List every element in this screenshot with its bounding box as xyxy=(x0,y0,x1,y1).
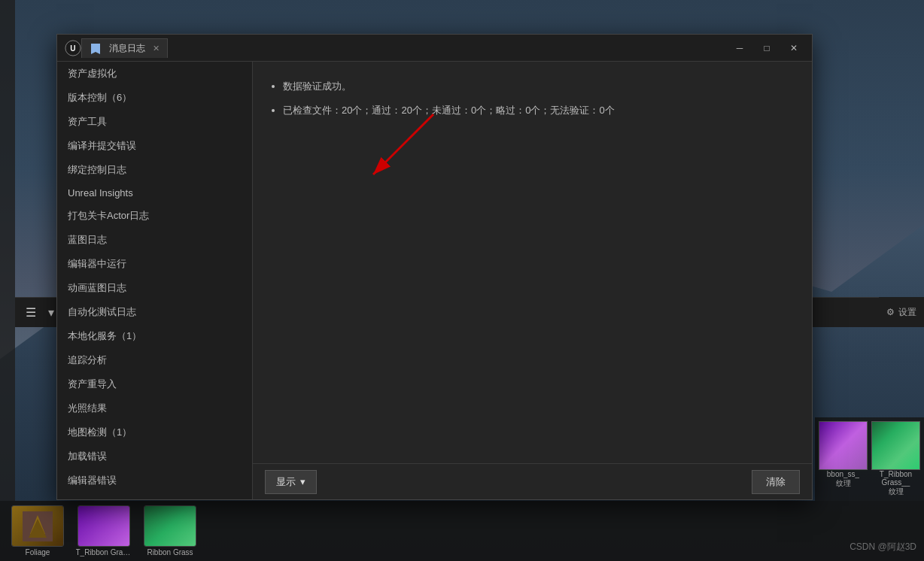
ue-logo-icon: U xyxy=(65,40,81,56)
list-item-15[interactable]: 地图检测（1） xyxy=(57,420,252,444)
dialog-tab[interactable]: 消息日志 ✕ xyxy=(81,38,168,58)
list-item-3[interactable]: 编译并提交错误 xyxy=(57,134,252,158)
dropdown-arrow-icon: ▾ xyxy=(300,476,305,487)
list-item-6[interactable]: 打包关卡Actor日志 xyxy=(57,204,252,228)
show-button[interactable]: 显示 ▾ xyxy=(265,470,317,494)
list-item-8[interactable]: 编辑器中运行 xyxy=(57,252,252,276)
filter-button[interactable]: ☰ xyxy=(23,302,39,323)
list-item-1[interactable]: 版本控制（6） xyxy=(57,86,252,110)
ribbon1-sublabel: 纹理 xyxy=(836,478,851,489)
ribbon2-image xyxy=(871,421,920,470)
minimize-button[interactable]: ─ xyxy=(729,38,750,59)
list-item-2[interactable]: 资产工具 xyxy=(57,110,252,134)
foliage-thumb xyxy=(11,505,64,547)
settings-area: ⚙ 设置 xyxy=(879,297,924,327)
list-item-10[interactable]: 自动化测试日志 xyxy=(57,300,252,324)
taskbar-item-foliage[interactable]: Foliage xyxy=(8,505,68,556)
thumbnail-ribbon2[interactable]: T_Ribbon Grass__ 纹理 xyxy=(871,421,920,497)
list-item-5[interactable]: Unreal Insights xyxy=(57,182,252,204)
list-item-16[interactable]: 加载错误 xyxy=(57,444,252,469)
ribbon2-thumb xyxy=(144,505,196,547)
action-bar: 显示 ▾ 清除 xyxy=(253,463,812,499)
foliage-thumb-img xyxy=(12,506,63,546)
taskbar-item-ribbon1[interactable]: T_Ribbon Grass_ xyxy=(74,505,134,556)
ribbon2-label: T_Ribbon Grass__ xyxy=(871,470,920,487)
tab-close-button[interactable]: ✕ xyxy=(153,44,160,53)
list-item-11[interactable]: 本地化服务（1） xyxy=(57,324,252,348)
close-button[interactable]: ✕ xyxy=(783,38,804,59)
list-item-14[interactable]: 光照结果 xyxy=(57,396,252,420)
list-item-7[interactable]: 蓝图日志 xyxy=(57,228,252,252)
dialog-titlebar: U 消息日志 ✕ ─ □ ✕ xyxy=(57,35,812,62)
taskbar: Foliage T_Ribbon Grass_ Ribbon Grass xyxy=(0,501,924,561)
tab-label: 消息日志 xyxy=(109,42,145,55)
dialog-body: 资产虚拟化版本控制（6）资产工具编译并提交错误绑定控制日志Unreal Insi… xyxy=(57,62,812,499)
ribbon1-image xyxy=(819,421,868,470)
ribbon2-sublabel: 纹理 xyxy=(889,487,904,497)
list-panel: 资产虚拟化版本控制（6）资产工具编译并提交错误绑定控制日志Unreal Insi… xyxy=(57,62,253,499)
left-sidebar xyxy=(0,0,15,501)
ribbon1-label: bbon_ss_ xyxy=(827,470,859,478)
clear-button[interactable]: 清除 xyxy=(752,470,800,494)
ribbon2-task-label: Ribbon Grass xyxy=(147,548,193,556)
svg-text:U: U xyxy=(70,44,75,52)
message-item-0: 数据验证成功。 xyxy=(283,77,797,96)
list-item-12[interactable]: 追踪分析 xyxy=(57,348,252,372)
bookmark-icon xyxy=(90,42,102,54)
window-controls: ─ □ ✕ xyxy=(729,38,804,59)
list-item-0[interactable]: 资产虚拟化 xyxy=(57,62,252,86)
list-item-18[interactable]: 打包结果 xyxy=(57,493,252,499)
list-item-4[interactable]: 绑定控制日志 xyxy=(57,158,252,182)
foliage-label: Foliage xyxy=(26,548,50,556)
maximize-button[interactable]: □ xyxy=(756,38,777,59)
content-area: 数据验证成功。已检查文件：20个；通过：20个；未通过：0个；略过：0个；无法验… xyxy=(253,62,812,463)
list-item-9[interactable]: 动画蓝图日志 xyxy=(57,276,252,300)
foliage-icon xyxy=(23,511,53,541)
svg-line-3 xyxy=(373,114,433,174)
ribbon1-thumb xyxy=(78,505,130,547)
content-panel: 数据验证成功。已检查文件：20个；通过：20个；未通过：0个；略过：0个；无法验… xyxy=(253,62,812,499)
watermark: CSDN @阿赵3D xyxy=(850,541,916,553)
message-item-1: 已检查文件：20个；通过：20个；未通过：0个；略过：0个；无法验证：0个 xyxy=(283,101,797,120)
settings-label: 设置 xyxy=(898,306,916,319)
thumbnail-ribbon1[interactable]: bbon_ss_ 纹理 xyxy=(819,421,868,497)
taskbar-item-ribbon2[interactable]: Ribbon Grass xyxy=(140,505,200,556)
ribbon1-task-label: T_Ribbon Grass_ xyxy=(76,548,132,556)
list-item-13[interactable]: 资产重导入 xyxy=(57,372,252,396)
bottom-thumbnails: bbon_ss_ 纹理 T_Ribbon Grass__ 纹理 xyxy=(815,417,924,501)
dropdown-button[interactable]: ▾ xyxy=(45,302,57,323)
list-item-17[interactable]: 编辑器错误 xyxy=(57,469,252,493)
message-list: 数据验证成功。已检查文件：20个；通过：20个；未通过：0个；略过：0个；无法验… xyxy=(268,77,797,120)
message-log-dialog: U 消息日志 ✕ ─ □ ✕ 资产虚拟化版本控制（6）资产工具编译并提交错误绑定… xyxy=(56,34,813,500)
show-label: 显示 xyxy=(276,475,296,489)
gear-icon: ⚙ xyxy=(886,307,895,317)
